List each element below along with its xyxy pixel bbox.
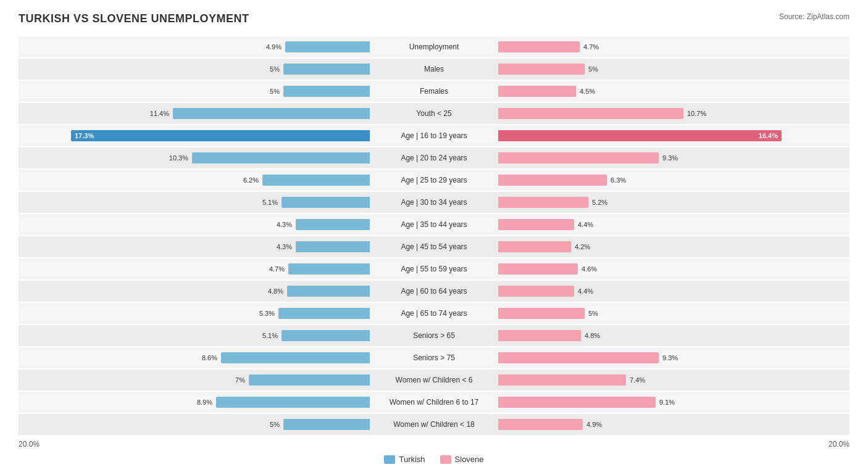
row-label: Males — [372, 65, 496, 73]
bar-label-left-value: 11.4% — [150, 110, 169, 117]
bar-label-left-value: 4.7% — [269, 265, 285, 273]
row-label: Seniors > 75 — [372, 353, 496, 362]
bar-row: 11.4% Youth < 25 10.7% — [19, 103, 849, 124]
row-label: Age | 16 to 19 years — [372, 131, 496, 140]
bar-right — [498, 152, 659, 163]
bar-left — [283, 64, 370, 75]
bar-label-left-value: 10.3% — [169, 154, 188, 162]
bar-row: 4.9% Unemployment 4.7% — [19, 36, 849, 57]
bar-right — [498, 308, 585, 319]
bar-left — [283, 86, 370, 97]
axis-right: 20.0% — [496, 440, 849, 448]
row-label: Age | 45 to 54 years — [372, 242, 496, 251]
bar-label-right-value: 4.9% — [586, 421, 602, 428]
bar-right — [498, 374, 626, 386]
row-label: Age | 60 to 64 years — [372, 287, 496, 295]
legend-swatch-slovene — [440, 455, 451, 464]
bar-left — [278, 308, 370, 319]
bar-label-right-value: 5.2% — [592, 199, 607, 206]
bar-row: 5.1% Age | 30 to 34 years 5.2% — [19, 192, 849, 213]
chart-container: TURKISH VS SLOVENE UNEMPLOYMENT Source: … — [0, 0, 868, 467]
bar-row: 10.3% Age | 20 to 24 years 9.3% — [19, 147, 849, 168]
bar-right — [498, 175, 607, 186]
bar-right — [498, 286, 574, 297]
bar-label-right-value: 4.5% — [580, 88, 595, 95]
bar-label-right-value: 6.3% — [611, 176, 626, 184]
bar-label-right-value: 4.4% — [578, 287, 593, 295]
bar-label-right-value: 16.4% — [759, 132, 778, 139]
row-label: Age | 65 to 74 years — [372, 309, 496, 318]
row-label: Age | 30 to 34 years — [372, 198, 496, 207]
bar-row: 7% Women w/ Children < 6 7.4% — [19, 370, 849, 391]
bar-left — [221, 352, 370, 363]
row-label: Youth < 25 — [372, 109, 496, 118]
bar-label-left-value: 5.1% — [262, 332, 278, 339]
bar-label-left-value: 5.1% — [262, 199, 278, 206]
bar-left — [216, 397, 370, 408]
bar-label-left-value: 8.9% — [197, 399, 212, 406]
row-label: Age | 55 to 59 years — [372, 265, 496, 273]
bar-right — [498, 397, 656, 408]
bar-row: 5% Males 5% — [19, 59, 849, 80]
bar-row: 4.3% Age | 45 to 54 years 4.2% — [19, 236, 849, 257]
bar-label-left-value: 4.9% — [266, 43, 282, 51]
bar-label-right-value: 9.1% — [659, 399, 675, 406]
bar-right — [498, 41, 580, 52]
bar-left — [192, 152, 370, 163]
chart-source: Source: ZipAtlas.com — [779, 12, 849, 21]
bar-left — [283, 419, 370, 430]
bar-label-left-value: 7% — [235, 376, 245, 384]
bar-right — [498, 219, 574, 230]
bar-label-right-value: 5% — [588, 65, 598, 73]
bar-left — [262, 175, 370, 186]
row-label: Seniors > 65 — [372, 331, 496, 340]
bar-row: 4.8% Age | 60 to 64 years 4.4% — [19, 281, 849, 302]
legend-item-slovene: Slovene — [440, 455, 484, 464]
chart-title: TURKISH VS SLOVENE UNEMPLOYMENT — [19, 12, 249, 25]
bar-left — [282, 197, 370, 208]
bar-label-left-value: 5.3% — [259, 310, 275, 317]
axis-row: 20.0% 20.0% — [19, 440, 849, 448]
legend-label-turkish: Turkish — [399, 455, 425, 464]
bar-left — [249, 374, 370, 386]
bar-right — [498, 263, 578, 275]
bar-row: 17.3% Age | 16 to 19 years 16.4% — [19, 125, 849, 146]
bar-left — [285, 41, 370, 52]
bar-row: 5.1% Seniors > 65 4.8% — [19, 325, 849, 346]
bar-label-right-value: 4.6% — [582, 265, 597, 273]
bar-left — [296, 241, 370, 252]
legend-label-slovene: Slovene — [455, 455, 484, 464]
axis-left: 20.0% — [19, 440, 372, 448]
bar-row: 4.3% Age | 35 to 44 years 4.4% — [19, 214, 849, 235]
bar-row: 5% Women w/ Children < 18 4.9% — [19, 414, 849, 435]
legend-item-turkish: Turkish — [384, 455, 425, 464]
bar-row: 4.7% Age | 55 to 59 years 4.6% — [19, 258, 849, 279]
bar-row: 5.3% Age | 65 to 74 years 5% — [19, 303, 849, 324]
row-label: Women w/ Children < 18 — [372, 420, 496, 429]
chart-body: 4.9% Unemployment 4.7% — [19, 36, 849, 435]
row-label: Unemployment — [372, 43, 496, 51]
row-label: Females — [372, 87, 496, 96]
bar-right — [498, 330, 581, 341]
bar-right — [498, 352, 659, 363]
bar-right — [498, 86, 576, 97]
bar-label-left-value: 4.3% — [277, 221, 292, 228]
bar-label-right-value: 10.7% — [687, 110, 706, 117]
bar-label-left-value: 5% — [270, 88, 280, 95]
bar-row: 8.9% Women w/ Children 6 to 17 9.1% — [19, 392, 849, 413]
bar-right — [498, 241, 571, 252]
bar-label-left-value: 8.6% — [202, 354, 217, 362]
bar-row: 6.2% Age | 25 to 29 years 6.3% — [19, 170, 849, 191]
bar-label-right-value: 7.4% — [630, 376, 645, 384]
row-label: Age | 25 to 29 years — [372, 176, 496, 184]
legend: Turkish Slovene — [19, 455, 849, 464]
bar-label-right-value: 9.3% — [662, 154, 678, 162]
bar-right — [498, 197, 588, 208]
axis-label-left: 20.0% — [19, 440, 40, 448]
bar-left: 17.3% — [71, 130, 370, 141]
bar-left — [288, 263, 370, 275]
bar-label-right-value: 4.2% — [575, 243, 590, 250]
bar-left — [287, 286, 370, 297]
bar-label-left-value: 5% — [270, 421, 280, 428]
legend-swatch-turkish — [384, 455, 395, 464]
